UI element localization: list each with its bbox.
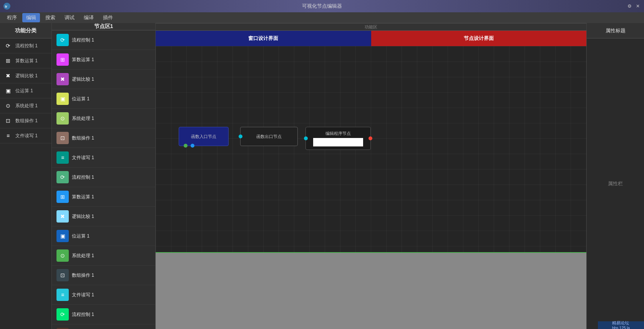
- sidebar-item-flow[interactable]: ⟳ 流程控制 1: [0, 38, 51, 53]
- menu-search[interactable]: 搜索: [41, 13, 59, 22]
- sidebar-item-file-label: 文件读写 1: [15, 133, 38, 139]
- menu-translate[interactable]: 编译: [80, 13, 98, 22]
- node-icon: ⊡: [56, 132, 69, 144]
- node-icon: ▣: [56, 93, 69, 105]
- tab-node-design[interactable]: 节点设计界面: [371, 31, 587, 46]
- node-label: 位运算 1: [72, 233, 90, 239]
- node-label: 算数运算 1: [72, 194, 94, 200]
- node-entry[interactable]: 函数入口节点: [179, 127, 229, 146]
- node-label: 流程控制 1: [72, 37, 94, 43]
- divider-label: 功能区: [156, 23, 586, 31]
- list-item[interactable]: ≡ 文件读写 1: [52, 285, 155, 305]
- list-item[interactable]: ⟳ 流程控制 1: [52, 30, 155, 50]
- node-edit[interactable]: 编辑程序节点: [305, 127, 371, 150]
- canvas-tabs: 窗口设计界面 节点设计界面: [156, 31, 586, 46]
- list-item[interactable]: ▣ 位运算 1: [52, 89, 155, 109]
- sidebar-item-bit[interactable]: ▣ 位运算 1: [0, 83, 51, 98]
- sidebar-item-sys-label: 系统处理 1: [15, 103, 38, 109]
- node-label: 文件读写 1: [72, 292, 94, 298]
- svg-text:Ir: Ir: [5, 5, 8, 8]
- node-icon: ⊞: [56, 53, 69, 66]
- dot-red-edit-out: [368, 136, 372, 140]
- node-label: 数组操作 1: [72, 135, 94, 141]
- dot-cyan-edit-in: [304, 136, 308, 140]
- node-icon: ⊡: [56, 269, 69, 281]
- node-label: 系统处理 1: [72, 253, 94, 259]
- math-icon: ⊞: [4, 56, 12, 65]
- list-item[interactable]: ⊞ 算数运算 1: [52, 187, 155, 207]
- node-exit[interactable]: 函数出口节点: [240, 127, 298, 146]
- list-item[interactable]: ⊡ 数组操作 1: [52, 128, 155, 148]
- node-icon: ⊙: [56, 112, 69, 125]
- node-icon: ⊞: [56, 191, 69, 203]
- sys-icon: ⊙: [4, 101, 12, 110]
- sidebar-item-flow-label: 流程控制 1: [15, 43, 38, 49]
- footer: 精易论坛 bbs.125.la: [598, 321, 644, 329]
- sidebar-left: 功能分类 ⟳ 流程控制 1 ⊞ 算数运算 1 ✖ 逻辑比较 1 ▣ 位运算 1 …: [0, 23, 52, 329]
- list-item[interactable]: ▣ 位运算 1: [52, 226, 155, 246]
- list-item[interactable]: ⊞ 算数运算 1: [52, 324, 155, 329]
- list-item[interactable]: ✖ 逻辑比较 1: [52, 207, 155, 226]
- node-icon: ≡: [56, 289, 69, 301]
- file-icon: ≡: [4, 131, 12, 140]
- canvas-area: 功能区 窗口设计界面 节点设计界面 函数入口节点: [156, 23, 586, 329]
- node-label: 流程控制 1: [72, 174, 94, 181]
- sidebar-item-array[interactable]: ⊡ 数组操作 1: [0, 113, 51, 128]
- node-entry-label: 函数入口节点: [191, 134, 216, 140]
- node-icon: ✖: [56, 210, 69, 223]
- grid-canvas[interactable]: 函数入口节点 函数出口节点 编辑程序节点: [156, 46, 586, 252]
- props-label-area: 属性栏: [587, 38, 644, 329]
- array-icon: ⊡: [4, 116, 12, 125]
- node-label: 算数运算 1: [72, 56, 94, 63]
- list-item[interactable]: ⊙ 系统处理 1: [52, 109, 155, 128]
- node-icon: ⊙: [56, 249, 69, 262]
- bit-icon: ▣: [4, 86, 12, 95]
- list-item[interactable]: ✖ 逻辑比较 1: [52, 70, 155, 89]
- list-item[interactable]: ⊞ 算数运算 1: [52, 50, 155, 70]
- node-label: 文件读写 1: [72, 155, 94, 161]
- tab-window-design-label: 窗口设计界面: [248, 35, 278, 42]
- python-logo: Ir: [3, 2, 11, 10]
- menu-plugin[interactable]: 插件: [99, 13, 117, 22]
- tab-window-design[interactable]: 窗口设计界面: [156, 31, 371, 46]
- list-item[interactable]: ⟳ 流程控制 1: [52, 168, 155, 187]
- settings-button[interactable]: ⚙: [626, 3, 632, 9]
- flow-icon: ⟳: [4, 42, 12, 50]
- footer-label: 精易论坛 bbs.125.la: [612, 320, 630, 329]
- sidebar-item-sys[interactable]: ⊙ 系统处理 1: [0, 98, 51, 113]
- logic-icon: ✖: [4, 71, 12, 80]
- close-button[interactable]: ✕: [635, 3, 641, 9]
- grid-background[interactable]: 函数入口节点 函数出口节点 编辑程序节点: [156, 46, 586, 252]
- sidebar-item-math-label: 算数运算 1: [15, 58, 38, 64]
- node-label: 流程控制 1: [72, 311, 94, 318]
- node-icon: ▣: [56, 230, 69, 242]
- bottom-area: [156, 252, 586, 329]
- node-label: 数组操作 1: [72, 272, 94, 279]
- divider-label-text: 功能区: [365, 24, 377, 30]
- sidebar-item-bit-label: 位运算 1: [15, 88, 33, 94]
- node-icon: ⟳: [56, 308, 69, 321]
- sidebar-item-array-label: 数组操作 1: [15, 118, 38, 124]
- sidebar-item-file[interactable]: ≡ 文件读写 1: [0, 128, 51, 143]
- node-edit-input[interactable]: [313, 138, 363, 146]
- sidebar-item-logic[interactable]: ✖ 逻辑比较 1: [0, 68, 51, 83]
- menu-edit[interactable]: 编辑: [22, 13, 40, 22]
- list-item[interactable]: ⟳ 流程控制 1: [52, 305, 155, 324]
- dot-green-entry: [184, 144, 188, 148]
- menu-file[interactable]: 程序: [3, 13, 21, 22]
- menu-debug[interactable]: 调试: [61, 13, 78, 22]
- node-icon: ✖: [56, 73, 69, 85]
- node-edit-label: 编辑程序节点: [325, 131, 351, 136]
- node-label: 逻辑比较 1: [72, 76, 94, 83]
- list-item[interactable]: ⊡ 数组操作 1: [52, 266, 155, 285]
- node-label: 位运算 1: [72, 96, 90, 102]
- dot-cyan-exit: [239, 135, 242, 138]
- props-header: 属性标题: [587, 23, 644, 38]
- node-label: 系统处理 1: [72, 115, 94, 122]
- sidebar-item-math[interactable]: ⊞ 算数运算 1: [0, 53, 51, 68]
- list-item[interactable]: ≡ 文件读写 1: [52, 148, 155, 168]
- sidebar-header: 功能分类: [0, 23, 51, 38]
- list-item[interactable]: ⊙ 系统处理 1: [52, 246, 155, 266]
- node-list: 节点区1 ⟳ 流程控制 1 ⊞ 算数运算 1 ✖ 逻辑比较 1 ▣ 位运算 1 …: [52, 23, 156, 329]
- node-icon: ⟳: [56, 171, 69, 183]
